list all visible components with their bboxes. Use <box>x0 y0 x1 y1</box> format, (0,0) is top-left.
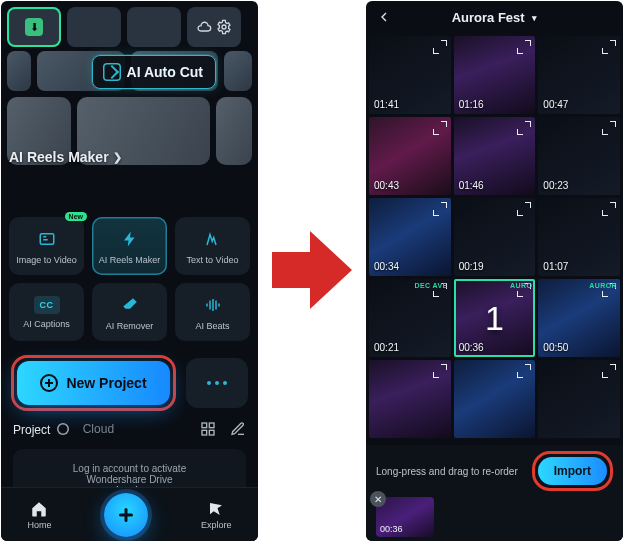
nav-home[interactable]: Home <box>27 500 51 530</box>
tool-label: AI Beats <box>195 321 229 331</box>
tool-ai-captions[interactable]: CC AI Captions <box>9 283 84 341</box>
template-thumb-actions[interactable] <box>187 7 241 47</box>
svg-point-0 <box>222 25 226 29</box>
arrow-right-icon <box>272 231 352 309</box>
svg-rect-4 <box>202 430 207 435</box>
captions-icon: CC <box>34 296 60 314</box>
tool-label: AI Reels Maker <box>99 255 161 265</box>
clip-duration: 00:19 <box>459 261 484 272</box>
tool-text-to-video[interactable]: Text to Video <box>175 217 250 275</box>
drive-text-2: Wondershare Drive <box>23 474 236 485</box>
template-thumb[interactable] <box>67 7 121 47</box>
media-item[interactable]: 00:43 <box>369 117 451 195</box>
tool-label: AI Remover <box>106 321 154 331</box>
media-item[interactable]: 00:34 <box>369 198 451 276</box>
media-item[interactable]: 01:07 <box>538 198 620 276</box>
reels-icon <box>119 228 141 250</box>
brand-watermark: AUROR <box>589 282 617 289</box>
plus-icon <box>117 506 135 524</box>
edit-icon[interactable] <box>230 421 246 437</box>
template-row-1: ⬇ <box>1 1 258 49</box>
album-title[interactable]: Aurora Fest ▾ <box>452 10 538 25</box>
ai-reels-maker-heading[interactable]: AI Reels Maker ❯ <box>9 149 122 165</box>
template-thumb[interactable] <box>7 51 31 91</box>
expand-icon <box>602 364 616 378</box>
picker-footer: Long-press and drag to re-order Import ✕… <box>366 445 623 541</box>
clip-duration: 01:41 <box>374 99 399 110</box>
new-project-button[interactable]: New Project <box>17 361 170 405</box>
back-icon[interactable] <box>376 9 392 25</box>
more-button[interactable] <box>186 358 248 408</box>
chevron-down-icon: ▾ <box>532 13 537 23</box>
expand-icon <box>517 40 531 54</box>
project-tabs: Project Cloud <box>1 411 258 437</box>
svg-rect-2 <box>202 423 207 428</box>
tools-grid: New Image to Video AI Reels Maker Text t… <box>9 217 250 341</box>
gear-icon <box>216 19 232 35</box>
expand-icon <box>602 40 616 54</box>
remove-selection-button[interactable]: ✕ <box>370 491 386 507</box>
media-item[interactable]: 00:19 <box>454 198 536 276</box>
clip-duration: 00:47 <box>543 99 568 110</box>
clip-duration: 00:21 <box>374 342 399 353</box>
clip-duration: 00:43 <box>374 180 399 191</box>
tool-ai-reels-maker[interactable]: AI Reels Maker <box>92 217 167 275</box>
import-button[interactable]: Import <box>538 457 607 485</box>
dot-icon <box>223 381 227 385</box>
dot-icon <box>215 381 219 385</box>
album-title-text: Aurora Fest <box>452 10 525 25</box>
media-item[interactable] <box>538 360 620 438</box>
import-highlight: Import <box>532 451 613 491</box>
ai-auto-cut-button[interactable]: AI Auto Cut <box>92 55 216 89</box>
template-thumb[interactable] <box>216 97 252 165</box>
brand-watermark: AURO <box>510 282 532 289</box>
media-picker-screen: Aurora Fest ▾ 01:4101:1600:4700:4301:460… <box>366 1 623 541</box>
tool-image-to-video[interactable]: New Image to Video <box>9 217 84 275</box>
media-item[interactable]: AURO100:36 <box>454 279 536 357</box>
eraser-icon <box>119 294 141 316</box>
chevron-right-icon: ❯ <box>113 151 122 164</box>
expand-icon <box>433 202 447 216</box>
media-item[interactable]: AUROR00:50 <box>538 279 620 357</box>
template-thumb[interactable] <box>127 7 181 47</box>
new-project-label: New Project <box>66 375 146 391</box>
media-item[interactable]: 01:41 <box>369 36 451 114</box>
grid-icon[interactable] <box>200 421 216 437</box>
svg-rect-3 <box>209 423 214 428</box>
reorder-hint: Long-press and drag to re-order <box>376 466 518 477</box>
tool-label: AI Captions <box>23 319 70 329</box>
tool-ai-remover[interactable]: AI Remover <box>92 283 167 341</box>
media-item[interactable]: 01:46 <box>454 117 536 195</box>
media-item[interactable] <box>369 360 451 438</box>
new-project-row: New Project <box>11 355 248 411</box>
nav-create[interactable] <box>104 493 148 537</box>
tool-ai-beats[interactable]: AI Beats <box>175 283 250 341</box>
explore-icon <box>207 500 225 518</box>
selection-number: 1 <box>485 299 504 338</box>
media-item[interactable]: 00:47 <box>538 36 620 114</box>
new-badge: New <box>65 212 87 221</box>
media-item[interactable] <box>454 360 536 438</box>
template-thumb[interactable] <box>224 51 252 91</box>
selected-thumb-duration: 00:36 <box>380 524 403 534</box>
info-icon <box>57 423 69 435</box>
media-grid: 01:4101:1600:4700:4301:4600:2300:3400:19… <box>366 33 623 441</box>
plus-icon <box>40 374 58 392</box>
expand-icon <box>433 40 447 54</box>
clip-duration: 01:46 <box>459 180 484 191</box>
reels-title-text: AI Reels Maker <box>9 149 109 165</box>
clip-duration: 00:34 <box>374 261 399 272</box>
selected-thumb[interactable]: ✕ 00:36 <box>376 497 434 537</box>
nav-explore[interactable]: Explore <box>201 500 232 530</box>
clip-duration: 00:23 <box>543 180 568 191</box>
media-item[interactable]: DEC AVE00:21 <box>369 279 451 357</box>
home-icon <box>30 500 48 518</box>
tool-label: Image to Video <box>16 255 76 265</box>
tab-cloud[interactable]: Cloud <box>83 422 114 436</box>
media-item[interactable]: 01:16 <box>454 36 536 114</box>
ai-auto-cut-label: AI Auto Cut <box>127 64 203 80</box>
template-row-2: AI Auto Cut <box>1 49 258 93</box>
media-item[interactable]: 00:23 <box>538 117 620 195</box>
tab-project[interactable]: Project <box>13 422 69 437</box>
template-thumb[interactable]: ⬇ <box>7 7 61 47</box>
